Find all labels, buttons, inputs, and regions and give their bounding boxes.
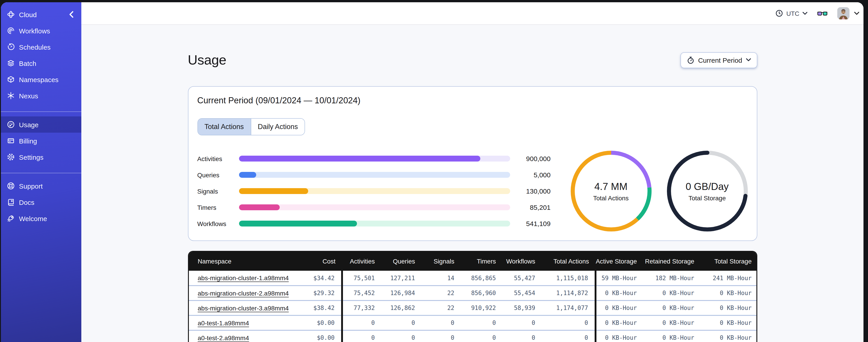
bar-fill <box>239 188 308 194</box>
sidebar-item-label: Support <box>19 182 43 190</box>
table-cell: 241 MB-Hour <box>701 271 757 285</box>
table-row: a0-test-1.a98mm4$0.000000000 KB-Hour0 KB… <box>189 315 757 330</box>
bar-label: Workflows <box>197 220 239 227</box>
sidebar-item-schedules[interactable]: Schedules <box>1 39 81 55</box>
tab-total-actions[interactable]: Total Actions <box>198 119 251 135</box>
feedback-glasses-icon[interactable] <box>817 10 827 16</box>
namespace-link[interactable]: a0-test-2.a98mm4 <box>198 334 249 341</box>
namespace-usage-table-card: Namespace Cost Activities Queries Signal… <box>188 251 757 342</box>
table-cell: 0 KB-Hour <box>643 315 701 330</box>
namespace-link[interactable]: abs-migration-cluster-2.a98mm4 <box>198 289 289 297</box>
schedules-icon <box>7 43 15 51</box>
sidebar-divider <box>1 173 81 173</box>
usage-bar-row: Workflows541,109 <box>197 220 551 228</box>
table-cell: 22 <box>421 301 461 315</box>
bar-fill <box>239 204 279 210</box>
table-cell: 1,114,872 <box>541 285 595 301</box>
sidebar-item-namespaces[interactable]: Namespaces <box>1 71 81 88</box>
bar-value: 541,109 <box>510 220 551 228</box>
col-queries: Queries <box>381 252 421 271</box>
sidebar-item-batch[interactable]: Batch <box>1 55 81 71</box>
table-cell: 75,452 <box>342 285 381 301</box>
table-cell: 126,862 <box>381 301 421 315</box>
table-cell: 0 KB-Hour <box>595 301 643 315</box>
sidebar-item-label: Batch <box>19 59 36 67</box>
collapse-sidebar-icon[interactable] <box>67 10 75 19</box>
total-storage-donut-center: 0 GB/Day Total Storage <box>667 151 748 232</box>
bar-track <box>239 204 510 210</box>
table-cell: 856,865 <box>461 271 502 285</box>
namespace-cell[interactable]: abs-migration-cluster-1.a98mm4 <box>189 271 299 285</box>
current-period-card: Current Period (09/01/2024 — 10/01/2024)… <box>188 86 757 241</box>
col-cost: Cost <box>299 252 342 271</box>
sidebar-brand-cloud[interactable]: Cloud <box>1 6 81 23</box>
bar-value: 85,201 <box>510 204 551 211</box>
namespace-cell[interactable]: abs-migration-cluster-2.a98mm4 <box>189 285 299 301</box>
topbar: UTC <box>81 2 864 25</box>
page-title: Usage <box>188 52 226 68</box>
timezone-label: UTC <box>786 10 799 17</box>
period-selector-label: Current Period <box>698 56 742 64</box>
col-timers: Timers <box>461 252 502 271</box>
table-cell: 0 KB-Hour <box>595 285 643 301</box>
table-cell: 0 KB-Hour <box>595 330 643 342</box>
col-retained-storage: Retained Storage <box>643 252 701 271</box>
sidebar-item-billing[interactable]: Billing <box>1 133 81 149</box>
table-cell: 75,501 <box>342 271 381 285</box>
sidebar-item-usage[interactable]: Usage <box>1 116 81 133</box>
user-menu[interactable] <box>837 7 860 20</box>
timezone-select[interactable]: UTC <box>775 9 807 17</box>
page-header-row: Usage Current Period <box>188 52 757 68</box>
table-cell: 127,211 <box>381 271 421 285</box>
table-cell: 126,984 <box>381 285 421 301</box>
table-cell: 0 KB-Hour <box>701 301 757 315</box>
period-selector-button[interactable]: Current Period <box>680 52 757 68</box>
namespace-cell[interactable]: a0-test-1.a98mm4 <box>189 315 299 330</box>
namespace-usage-table: Namespace Cost Activities Queries Signal… <box>189 252 757 342</box>
table-cell: 55,427 <box>502 271 541 285</box>
table-cell: 0 <box>541 315 595 330</box>
total-storage-value: 0 GB/Day <box>686 181 729 193</box>
namespace-link[interactable]: abs-migration-cluster-3.a98mm4 <box>198 304 289 312</box>
sidebar-item-workflows[interactable]: Workflows <box>1 23 81 39</box>
table-cell: 0 <box>502 315 541 330</box>
table-cell: 0 <box>421 315 461 330</box>
table-cell: 182 MB-Hour <box>643 271 701 285</box>
sidebar-item-support[interactable]: Support <box>1 178 81 194</box>
usage-bar-row: Queries5,000 <box>197 171 551 179</box>
sidebar-item-label: Welcome <box>19 214 47 222</box>
table-cell: $38.42 <box>299 301 342 315</box>
tab-daily-actions[interactable]: Daily Actions <box>251 119 305 135</box>
namespace-cell[interactable]: abs-migration-cluster-3.a98mm4 <box>189 301 299 315</box>
chevron-down-icon <box>803 11 807 15</box>
chevron-down-icon <box>746 58 751 62</box>
table-cell: $29.32 <box>299 285 342 301</box>
table-cell: 0 <box>342 315 381 330</box>
settings-gear-icon <box>7 153 15 161</box>
sidebar-item-label: Workflows <box>19 27 50 35</box>
table-row: abs-migration-cluster-2.a98mm4$29.3275,4… <box>189 285 757 301</box>
sidebar-item-welcome[interactable]: Welcome <box>1 210 81 227</box>
table-header-row: Namespace Cost Activities Queries Signal… <box>189 252 757 271</box>
bar-fill <box>239 172 256 178</box>
col-total-actions: Total Actions <box>541 252 595 271</box>
table-cell: $0.00 <box>299 330 342 342</box>
sidebar-item-label: Settings <box>19 153 43 161</box>
namespace-link[interactable]: a0-test-1.a98mm4 <box>198 319 249 327</box>
namespace-link[interactable]: abs-migration-cluster-1.a98mm4 <box>198 274 289 281</box>
table-cell: 0 <box>381 330 421 342</box>
chevron-down-icon <box>854 11 860 15</box>
docs-book-icon <box>7 198 15 206</box>
table-cell: 0 <box>502 330 541 342</box>
sidebar-item-label: Billing <box>19 137 37 145</box>
total-actions-donut-center: 4.7 MM Total Actions <box>570 151 651 232</box>
sidebar-item-settings[interactable]: Settings <box>1 149 81 165</box>
sidebar-item-nexus[interactable]: Nexus <box>1 88 81 104</box>
table-cell: 0 <box>541 330 595 342</box>
table-cell: 14 <box>421 271 461 285</box>
bar-value: 5,000 <box>510 171 551 179</box>
total-storage-label: Total Storage <box>689 194 726 201</box>
sidebar-item-docs[interactable]: Docs <box>1 194 81 210</box>
namespace-cell[interactable]: a0-test-2.a98mm4 <box>189 330 299 342</box>
bar-value: 900,000 <box>510 155 551 163</box>
